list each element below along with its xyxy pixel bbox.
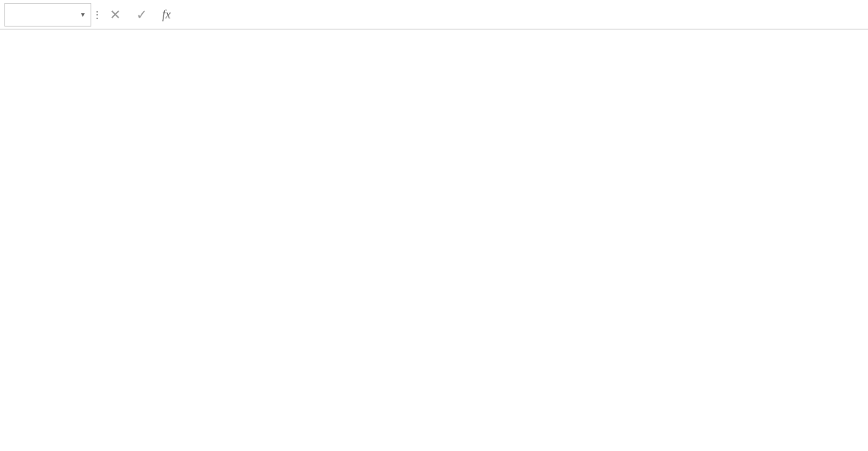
formula-bar: ▾ ⋮ ✕ ✓ fx <box>0 0 868 29</box>
name-box-dropdown-icon[interactable]: ▾ <box>81 10 85 18</box>
formula-bar-grip[interactable]: ⋮ <box>91 3 102 27</box>
cancel-formula-button[interactable]: ✕ <box>102 3 128 27</box>
insert-function-button[interactable]: fx <box>155 3 178 27</box>
accept-formula-button[interactable]: ✓ <box>128 3 155 27</box>
name-box[interactable]: ▾ <box>4 3 91 27</box>
